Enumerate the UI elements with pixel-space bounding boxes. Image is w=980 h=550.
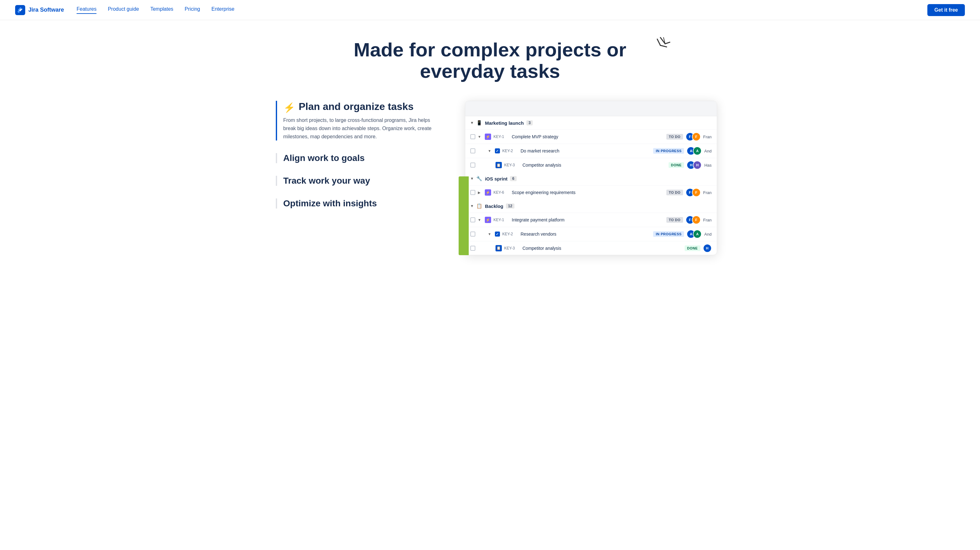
task-key: KEY-1 [494, 135, 509, 139]
task-key: KEY-1 [494, 218, 509, 222]
table-row: ▼ ⚡ KEY-1 Integrate payment platform TO … [465, 212, 717, 227]
nav-templates[interactable]: Templates [150, 6, 173, 14]
nav-features[interactable]: Features [76, 6, 97, 14]
status-badge: TO DO [667, 190, 683, 195]
feature-plan-title: Plan and organize tasks [299, 101, 414, 113]
table-row: ▼ ⚡ KEY-1 Complete MVP strategy TO DO F … [465, 130, 717, 144]
task-name: Competitor analysis [523, 246, 682, 251]
chevron-down-icon: ▼ [470, 204, 474, 208]
logo-text: Jira Software [29, 6, 64, 13]
chevron-down-icon: ▼ [488, 149, 492, 153]
task-avatars: H [703, 244, 712, 253]
task-key: KEY-3 [504, 163, 520, 167]
nav-enterprise[interactable]: Enterprise [212, 6, 234, 14]
task-checkbox[interactable] [470, 163, 475, 168]
sparkle-decoration-icon [648, 36, 673, 61]
group-backlog-icon: 📋 [476, 203, 482, 209]
board-panel: ▼ 📱 Marketing launch 3 ▼ ⚡ KEY-1 Complet… [459, 101, 717, 255]
group-ios[interactable]: ▼ 🔧 iOS sprint 6 [465, 172, 717, 185]
group-ios-label: iOS sprint [485, 176, 508, 181]
table-row: ▶ ⚡ KEY-6 Scope engineering requirements… [465, 185, 717, 200]
navbar: Jira Software Features Product guide Tem… [0, 0, 980, 20]
task-assignee: And [704, 149, 711, 154]
chevron-down-icon: ▼ [470, 120, 474, 125]
status-badge: IN PROGRESS [653, 231, 684, 237]
feature-track[interactable]: Track work your way [276, 176, 440, 186]
task-name: Scope engineering requirements [512, 190, 664, 195]
chevron-down-icon: ▼ [488, 232, 492, 236]
svg-line-4 [660, 45, 667, 47]
avatar: A [693, 230, 702, 238]
feature-align-title: Align work to goals [283, 153, 365, 163]
task-icon-story: ⚡ [485, 217, 491, 223]
task-avatars: A A [687, 146, 702, 155]
nav-links: Features Product guide Templates Pricing… [76, 6, 928, 14]
avatar: H [693, 161, 702, 170]
group-backlog-label: Backlog [485, 203, 503, 209]
group-ios-icon: 🔧 [476, 176, 482, 181]
task-checkbox[interactable] [470, 246, 475, 251]
green-accent-bar [459, 176, 469, 255]
chevron-down-icon: ▼ [470, 176, 474, 181]
group-backlog-count: 12 [506, 203, 514, 209]
avatar: F [692, 216, 701, 224]
jira-board-wrapper: ▼ 📱 Marketing launch 3 ▼ ⚡ KEY-1 Complet… [459, 101, 717, 255]
group-backlog[interactable]: ▼ 📋 Backlog 12 [465, 200, 717, 212]
task-checked-icon [495, 148, 500, 154]
nav-product-guide[interactable]: Product guide [108, 6, 139, 14]
task-key: KEY-2 [503, 149, 518, 153]
feature-optimize[interactable]: Optimize with insights [276, 198, 440, 209]
task-name: Competitor analysis [523, 163, 666, 168]
nav-pricing[interactable]: Pricing [185, 6, 200, 14]
task-checkbox[interactable] [470, 217, 475, 222]
task-icon-bug: 📋 [495, 245, 502, 251]
chevron-down-icon: ▼ [478, 135, 482, 139]
group-marketing-label: Marketing launch [485, 120, 523, 126]
features-panel: ⚡ Plan and organize tasks From short pro… [276, 101, 440, 221]
task-key: KEY-3 [504, 246, 520, 250]
hero-section: Made for complex projects or everyday ta… [0, 20, 980, 88]
task-avatars: H H [687, 161, 702, 170]
status-badge: DONE [685, 246, 700, 251]
feature-plan[interactable]: ⚡ Plan and organize tasks From short pro… [276, 101, 440, 141]
chevron-right-icon: ▶ [478, 190, 482, 195]
task-checkbox[interactable] [470, 231, 475, 236]
task-name: Complete MVP strategy [512, 134, 664, 139]
task-name: Integrate payment platform [512, 217, 664, 222]
board-top-bar [465, 101, 717, 116]
status-badge: DONE [668, 162, 684, 168]
table-row: ▼ KEY-2 Research vendors IN PROGRESS A A… [465, 227, 717, 241]
table-row: 📋 KEY-3 Competitor analysis DONE H [465, 241, 717, 255]
jira-logo-icon [15, 5, 25, 15]
group-marketing[interactable]: ▼ 📱 Marketing launch 3 [465, 116, 717, 130]
task-checkbox[interactable] [470, 134, 475, 139]
get-it-free-button[interactable]: Get it free [928, 4, 965, 16]
task-checkbox[interactable] [470, 148, 475, 154]
feature-plan-desc: From short projects, to large cross-func… [283, 116, 440, 141]
task-key: KEY-2 [503, 232, 518, 236]
lightning-icon: ⚡ [283, 102, 295, 113]
task-assignee: Fran [703, 190, 712, 195]
avatar: F [692, 188, 701, 197]
jira-board: ▼ 📱 Marketing launch 3 ▼ ⚡ KEY-1 Complet… [465, 101, 717, 255]
task-assignee: Fran [703, 135, 712, 139]
feature-track-title: Track work your way [283, 176, 370, 185]
feature-align[interactable]: Align work to goals [276, 153, 440, 163]
task-key: KEY-6 [494, 190, 509, 195]
svg-line-3 [657, 39, 660, 45]
group-marketing-count: 3 [527, 120, 533, 125]
svg-line-2 [665, 42, 670, 44]
chevron-down-icon: ▼ [478, 218, 482, 222]
avatar: F [692, 132, 701, 141]
logo[interactable]: Jira Software [15, 5, 64, 15]
avatar: A [693, 146, 702, 155]
task-avatars: F F [686, 188, 701, 197]
task-assignee: Fran [703, 218, 712, 222]
status-badge: TO DO [667, 217, 683, 223]
task-avatars: A A [687, 230, 702, 238]
task-assignee: Has [704, 163, 711, 168]
feature-optimize-title: Optimize with insights [283, 198, 377, 208]
group-marketing-icon: 📱 [476, 120, 482, 126]
task-checkbox[interactable] [470, 190, 475, 195]
content-section: ⚡ Plan and organize tasks From short pro… [238, 88, 742, 268]
